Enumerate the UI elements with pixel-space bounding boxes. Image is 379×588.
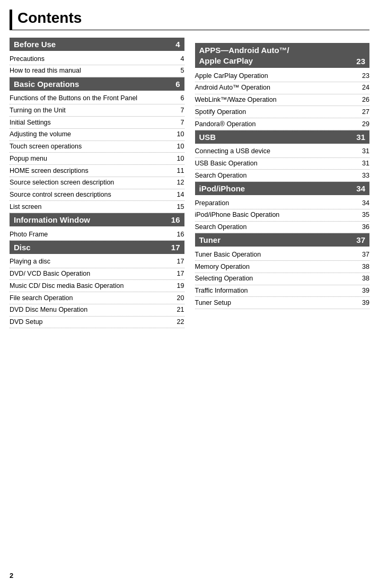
left-column: Before Use4Precautions4How to read this …: [10, 38, 184, 328]
toc-entry-num: 37: [362, 250, 369, 260]
toc-entry-text: Search Operation: [195, 222, 363, 232]
toc-entry-num: 19: [177, 281, 184, 291]
section-header-title: Basic Operations: [14, 80, 79, 89]
toc-entry-num: 5: [181, 66, 184, 76]
toc-entry-num: 10: [177, 154, 184, 164]
section-information-window: Information Window16Photo Frame16: [10, 213, 184, 241]
toc-entry-num: 38: [362, 274, 369, 284]
toc-entry-text: Tuner Setup: [195, 298, 363, 308]
page: Contents Before Use4Precautions4How to r…: [0, 0, 379, 588]
toc-entry-text: Turning on the Unit: [10, 106, 181, 116]
toc-entry-num: 35: [362, 210, 369, 220]
section-number: 17: [171, 243, 180, 252]
toc-entry[interactable]: Apple CarPlay Operation23: [195, 70, 370, 82]
section-basic-operations: Basic Operations6Functions of the Button…: [10, 77, 184, 214]
toc-entry-num: 17: [177, 269, 184, 279]
toc-entry[interactable]: Source selection screen description12: [10, 177, 184, 189]
toc-entry-text: How to read this manual: [10, 66, 181, 76]
toc-entry[interactable]: Music CD/ Disc media Basic Operation19: [10, 280, 184, 292]
toc-entry-num: 20: [177, 293, 184, 303]
section-header-usb: USB31: [195, 130, 370, 144]
toc-entry[interactable]: Memory Operation38: [195, 261, 370, 273]
toc-entry-num: 4: [181, 54, 184, 64]
toc-entry-num: 31: [362, 146, 369, 156]
toc-entry-num: 36: [362, 222, 369, 232]
toc-entry-text: Initial Settings: [10, 118, 181, 128]
toc-entry[interactable]: HOME screen descriptions11: [10, 165, 184, 177]
toc-entry[interactable]: Photo Frame16: [10, 229, 184, 241]
toc-entry[interactable]: Functions of the Buttons on the Front Pa…: [10, 93, 184, 105]
section-disc: Disc17Playing a disc17DVD/ VCD Basic Ope…: [10, 241, 184, 329]
toc-entry[interactable]: Search Operation36: [195, 222, 370, 234]
toc-entry-text: Spotify Operation: [195, 107, 363, 117]
section-header-title: Tuner: [199, 235, 221, 244]
toc-entry-text: USB Basic Operation: [195, 159, 363, 169]
toc-entry-text: Precautions: [10, 54, 181, 64]
toc-entry[interactable]: How to read this manual5: [10, 65, 184, 77]
toc-entry-text: Apple CarPlay Operation: [195, 71, 363, 81]
toc-entry[interactable]: Source control screen descriptions14: [10, 189, 184, 201]
toc-entry[interactable]: Popup menu10: [10, 153, 184, 165]
toc-entry[interactable]: Preparation34: [195, 197, 370, 209]
toc-entry-text: Photo Frame: [10, 230, 177, 240]
section-number: 34: [356, 184, 365, 193]
toc-entry-num: 24: [362, 83, 369, 93]
toc-entry[interactable]: Connecting a USB device31: [195, 146, 370, 158]
toc-entry-text: Search Operation: [195, 171, 363, 181]
toc-entry[interactable]: iPod/iPhone Basic Operation35: [195, 209, 370, 222]
toc-entry-num: 7: [181, 118, 184, 128]
toc-entry[interactable]: DVD/ VCD Basic Operation17: [10, 268, 184, 280]
toc-entry[interactable]: Search Operation33: [195, 170, 370, 182]
toc-entry-text: DVD Setup: [10, 317, 177, 327]
toc-entry[interactable]: Precautions4: [10, 53, 184, 65]
toc-entry-text: Selecting Operation: [195, 274, 363, 284]
section-apps-android: APPS—Android Auto™/Apple CarPlay23Apple …: [195, 43, 370, 130]
section-number: 6: [175, 80, 180, 89]
toc-entry-num: 15: [177, 202, 184, 212]
toc-entry-text: Source selection screen description: [10, 178, 177, 188]
section-number: 4: [175, 40, 180, 49]
toc-entry[interactable]: Adjusting the volume10: [10, 129, 184, 141]
toc-entry-text: iPod/iPhone Basic Operation: [195, 210, 363, 220]
toc-entry-num: 21: [177, 305, 184, 315]
toc-entry[interactable]: List screen15: [10, 201, 184, 213]
toc-entry-text: Connecting a USB device: [195, 146, 363, 156]
toc-entry[interactable]: DVD Setup22: [10, 317, 184, 329]
toc-entry[interactable]: Initial Settings7: [10, 117, 184, 129]
toc-entry-num: 39: [362, 298, 369, 308]
toc-entry[interactable]: Selecting Operation38: [195, 273, 370, 285]
toc-entry-text: Touch screen operations: [10, 142, 177, 152]
section-header-basic-operations: Basic Operations6: [10, 77, 184, 91]
section-ipod-iphone: iPod/iPhone34Preparation34iPod/iPhone Ba…: [195, 182, 370, 233]
toc-entry[interactable]: Spotify Operation27: [195, 106, 370, 118]
section-header-information-window: Information Window16: [10, 213, 184, 226]
toc-entry-num: 7: [181, 106, 184, 116]
toc-entry[interactable]: Traffic Information39: [195, 285, 370, 297]
toc-entry[interactable]: DVD Disc Menu Operation21: [10, 304, 184, 317]
toc-entry-text: DVD Disc Menu Operation: [10, 305, 177, 315]
toc-entry[interactable]: WebLink™/Waze Operation26: [195, 94, 370, 107]
toc-entry[interactable]: USB Basic Operation31: [195, 158, 370, 170]
toc-entry[interactable]: Android Auto™ Operation24: [195, 82, 370, 94]
toc-entry[interactable]: File search Operation20: [10, 292, 184, 304]
toc-entry-num: 17: [177, 257, 184, 267]
section-header-title: USB: [199, 133, 216, 142]
toc-entry-num: 10: [177, 129, 184, 139]
toc-entry[interactable]: Touch screen operations10: [10, 141, 184, 153]
section-header-tuner: Tuner37: [195, 233, 370, 247]
toc-entry-num: 34: [362, 198, 369, 208]
toc-entry-num: 26: [362, 95, 369, 105]
toc-entry[interactable]: Turning on the Unit7: [10, 104, 184, 117]
toc-entry[interactable]: Tuner Setup39: [195, 297, 370, 309]
toc-entry-text: HOME screen descriptions: [10, 166, 177, 176]
toc-entry-text: WebLink™/Waze Operation: [195, 95, 363, 105]
toc-entry-text: Adjusting the volume: [10, 129, 177, 139]
toc-entry[interactable]: Tuner Basic Operation37: [195, 249, 370, 261]
section-header-disc: Disc17: [10, 241, 184, 254]
toc-entry-text: DVD/ VCD Basic Operation: [10, 269, 177, 279]
toc-entry-num: 11: [177, 166, 184, 176]
toc-entry[interactable]: Pandora® Operation29: [195, 118, 370, 130]
toc-entry[interactable]: Playing a disc17: [10, 256, 184, 268]
page-number: 2: [10, 572, 13, 580]
two-col-layout: Before Use4Precautions4How to read this …: [10, 38, 369, 328]
